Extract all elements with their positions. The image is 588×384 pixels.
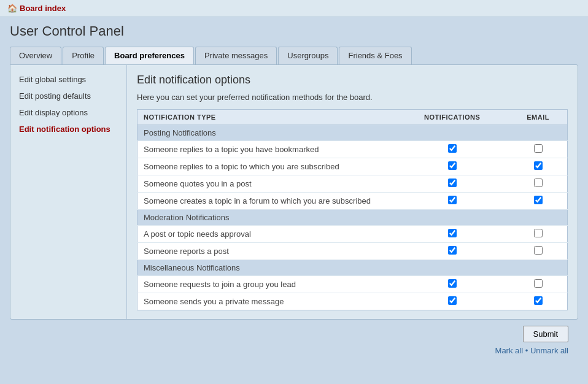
category-row: Moderation Notifications [137, 210, 568, 226]
email-checkbox[interactable] [534, 279, 543, 288]
content-area: Edit global settingsEdit posting default… [10, 64, 578, 320]
col-type-header: NOTIFICATION TYPE [137, 110, 396, 125]
notification-checkbox-cell [395, 276, 509, 293]
notification-label: Someone replies to a topic you have book… [137, 141, 396, 158]
notification-checkbox[interactable] [448, 246, 457, 255]
email-checkbox-cell [509, 276, 567, 293]
notification-checkbox[interactable] [448, 161, 457, 170]
notification-label: Someone reports a post [137, 243, 396, 260]
notification-checkbox-cell [395, 158, 509, 175]
email-checkbox[interactable] [534, 161, 543, 170]
sidebar-item-notification-options[interactable]: Edit notification options [10, 121, 126, 137]
email-checkbox[interactable] [534, 144, 543, 153]
tab-private-messages[interactable]: Private messages [195, 47, 277, 64]
category-row: Miscellaneous Notifications [137, 260, 568, 276]
section-title: Edit notification options [137, 74, 568, 86]
board-index-link[interactable]: 🏠Board index [7, 4, 66, 13]
sidebar: Edit global settingsEdit posting default… [10, 65, 127, 319]
tab-profile[interactable]: Profile [63, 47, 104, 64]
notification-checkbox[interactable] [448, 179, 457, 187]
mark-unmark-bar: Mark all • Unmark all [495, 346, 568, 355]
tab-overview[interactable]: Overview [10, 47, 61, 64]
email-checkbox-cell [509, 293, 567, 310]
email-checkbox[interactable] [534, 196, 543, 204]
sidebar-item-posting-defaults[interactable]: Edit posting defaults [10, 88, 126, 104]
notification-checkbox-cell [395, 193, 509, 210]
email-checkbox-cell [509, 193, 567, 210]
notification-table: NOTIFICATION TYPE NOTIFICATIONS EMAIL Po… [137, 109, 568, 310]
email-checkbox[interactable] [534, 179, 543, 187]
tab-board-preferences[interactable]: Board preferences [105, 47, 194, 64]
email-checkbox-cell [509, 175, 567, 193]
bottom-actions: Submit Mark all • Unmark all [10, 320, 578, 361]
notification-checkbox[interactable] [448, 144, 457, 153]
unmark-all-link[interactable]: Unmark all [530, 346, 568, 355]
notification-checkbox[interactable] [448, 296, 457, 305]
mark-all-link[interactable]: Mark all [495, 346, 524, 355]
email-checkbox-cell [509, 141, 567, 158]
category-row: Posting Notifications [137, 125, 568, 141]
notification-label: Someone sends you a private message [137, 293, 396, 310]
notification-label: A post or topic needs approval [137, 226, 396, 243]
notification-checkbox-cell [395, 226, 509, 243]
email-checkbox-cell [509, 243, 567, 260]
notification-label: Someone quotes you in a post [137, 175, 396, 193]
intro-text: Here you can set your preferred notifica… [137, 93, 568, 102]
main-content: Edit notification options Here you can s… [127, 65, 578, 319]
email-checkbox[interactable] [534, 229, 543, 237]
page-title: User Control Panel [10, 23, 578, 39]
notification-checkbox-cell [395, 141, 509, 158]
email-checkbox-cell [509, 226, 567, 243]
col-notifications-header: NOTIFICATIONS [395, 110, 509, 125]
email-checkbox[interactable] [534, 246, 543, 255]
main-container: User Control Panel OverviewProfileBoard … [0, 17, 588, 367]
home-icon: 🏠 [7, 4, 17, 13]
notification-checkbox[interactable] [448, 196, 457, 204]
col-email-header: EMAIL [509, 110, 567, 125]
tab-usergroups[interactable]: Usergroups [278, 47, 338, 64]
notification-checkbox-cell [395, 175, 509, 193]
email-checkbox-cell [509, 158, 567, 175]
email-checkbox[interactable] [534, 296, 543, 305]
notification-checkbox-cell [395, 243, 509, 260]
sidebar-item-display-options[interactable]: Edit display options [10, 104, 126, 121]
notification-label: Someone replies to a topic to which you … [137, 158, 396, 175]
notification-label: Someone requests to join a group you lea… [137, 276, 396, 293]
tabs-bar: OverviewProfileBoard preferencesPrivate … [10, 47, 578, 64]
sidebar-item-global-settings[interactable]: Edit global settings [10, 71, 126, 88]
notification-checkbox[interactable] [448, 229, 457, 237]
notification-label: Someone creates a topic in a forum to wh… [137, 193, 396, 210]
tab-friends-foes[interactable]: Friends & Foes [339, 47, 411, 64]
submit-button[interactable]: Submit [523, 326, 568, 342]
notification-checkbox[interactable] [448, 279, 457, 288]
top-bar: 🏠Board index [0, 0, 588, 17]
notification-checkbox-cell [395, 293, 509, 310]
